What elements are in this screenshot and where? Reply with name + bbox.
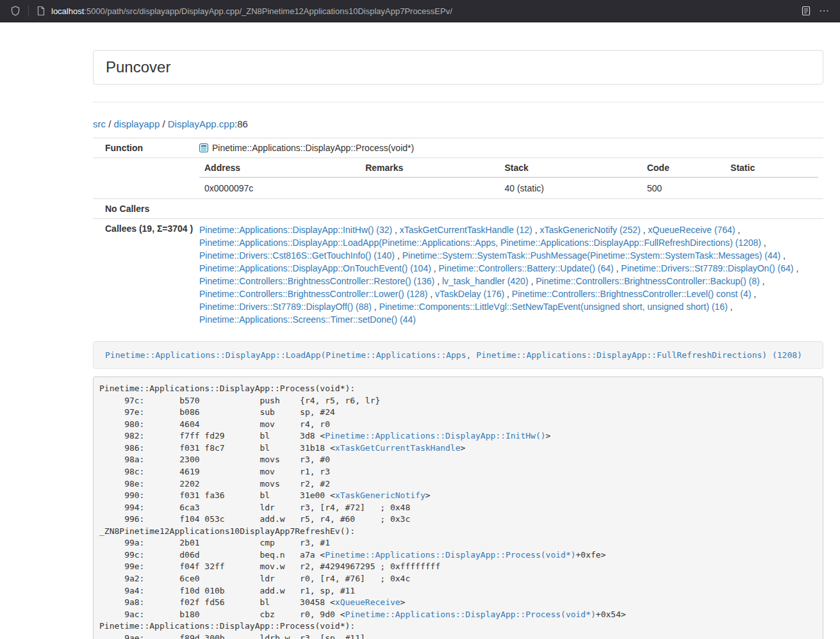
detail-value-code: 500 <box>642 177 725 194</box>
breadcrumb-line-number: :86 <box>235 118 248 129</box>
callee-separator: , <box>392 225 400 235</box>
page-info-icon[interactable] <box>37 6 45 16</box>
url-path: :5000/path/src/displayapp/DisplayApp.cpp… <box>84 6 452 16</box>
breadcrumb-link-src[interactable]: src <box>93 118 106 129</box>
detail-col-header-code: Code <box>642 163 725 177</box>
breadcrumb-link-displayapp[interactable]: displayapp <box>114 118 160 129</box>
callee-link[interactable]: Pinetime::Drivers::St7789::DisplayOff() … <box>199 302 372 312</box>
disassembly: Pinetime::Applications::DisplayApp::Proc… <box>93 376 823 639</box>
callee-link[interactable]: Pinetime::Controllers::BrightnessControl… <box>199 276 434 286</box>
callee-link[interactable]: Pinetime::Applications::Screens::Timer::… <box>199 314 416 325</box>
detail-value-stack: 40 (static) <box>500 177 642 194</box>
page-title: Puncover <box>106 59 811 76</box>
callee-link[interactable]: vTaskDelay (176) <box>435 289 504 299</box>
callee-link[interactable]: xTaskGetCurrentTaskHandle (12) <box>400 225 532 235</box>
callee-separator: , <box>372 302 379 312</box>
breadcrumb: src / displayapp / DisplayApp.cpp:86 <box>93 118 823 129</box>
callee-separator: , <box>728 302 733 312</box>
callee-separator: , <box>614 263 622 273</box>
no-callers-label: No Callers <box>93 199 194 219</box>
detail-col-header-remarks: Remarks <box>360 163 499 177</box>
detail-table: AddressRemarksStackCodeStatic 0x0000097c… <box>199 163 818 194</box>
callee-link[interactable]: Pinetime::Components::LittleVgl::SetNewT… <box>379 302 728 312</box>
callee-separator: , <box>780 250 786 261</box>
app-title-panel: Puncover <box>93 50 823 85</box>
callees-row: Callees (19, Σ=3704 ) Pinetime::Applicat… <box>93 219 823 331</box>
url-host: localhost <box>51 6 84 16</box>
callee-link[interactable]: lv_task_handler (420) <box>442 276 529 286</box>
callee-link[interactable]: Pinetime::Controllers::Battery::Update()… <box>439 263 614 273</box>
detail-col-header-stack: Stack <box>500 163 642 177</box>
callee-separator: , <box>504 289 512 299</box>
detail-col-header-address: Address <box>199 163 360 177</box>
callee-link[interactable]: Pinetime::Controllers::BrightnessControl… <box>536 276 759 286</box>
callee-separator: , <box>641 225 648 235</box>
url-bar[interactable]: localhost:5000/path/src/displayapp/Displ… <box>51 6 796 16</box>
code-symbol-link[interactable]: Pinetime::Applications::DisplayApp::Proc… <box>345 610 596 619</box>
symbol-table: Function Pinetime::Applications::Display… <box>93 138 823 330</box>
detail-col-header-static: Static <box>725 163 818 177</box>
code-symbol-link[interactable]: xTaskGenericNotify <box>335 490 425 500</box>
function-row: Function Pinetime::Applications::Display… <box>93 138 823 158</box>
breadcrumb-separator: / <box>160 118 168 129</box>
code-symbol-link[interactable]: Pinetime::Applications::DisplayApp::Init… <box>325 431 545 441</box>
callee-separator: , <box>751 289 756 299</box>
callee-link[interactable]: Pinetime::Applications::DisplayApp::Init… <box>199 225 392 235</box>
callee-link[interactable]: Pinetime::Applications::DisplayApp::Load… <box>199 238 761 248</box>
function-label: Function <box>93 138 194 158</box>
function-name: Pinetime::Applications::DisplayApp::Proc… <box>212 143 414 153</box>
callee-separator: , <box>431 263 439 273</box>
reader-mode-icon[interactable] <box>802 6 811 16</box>
callee-link[interactable]: Pinetime::Drivers::St7789::DisplayOn() (… <box>621 263 793 273</box>
callee-link[interactable]: Pinetime::Controllers::BrightnessControl… <box>512 289 751 299</box>
highlighted-symbol-box: Pinetime::Applications::DisplayApp::Load… <box>93 341 823 369</box>
browser-chrome: localhost:5000/path/src/displayapp/Displ… <box>0 0 840 22</box>
page-actions-more-icon[interactable]: ⋯ <box>816 6 832 16</box>
callee-link[interactable]: Pinetime::Controllers::BrightnessControl… <box>199 289 427 299</box>
code-symbol-link[interactable]: xTaskGetCurrentTaskHandle <box>335 443 461 453</box>
detail-row: AddressRemarksStackCodeStatic 0x0000097c… <box>93 158 823 199</box>
code-symbol-link[interactable]: xQueueReceive <box>335 597 400 607</box>
callee-separator: , <box>532 225 540 235</box>
code-symbol-link[interactable]: Pinetime::Applications::DisplayApp::Proc… <box>325 550 575 560</box>
callee-separator: , <box>434 276 442 286</box>
highlighted-symbol-link[interactable]: Pinetime::Applications::DisplayApp::Load… <box>105 350 802 360</box>
callees-label: Callees (19, Σ=3704 ) <box>93 219 194 331</box>
callee-separator: , <box>761 238 766 248</box>
breadcrumb-separator: / <box>106 118 114 129</box>
detail-value-row: 0x0000097c40 (static)500 <box>199 177 818 194</box>
tracking-protection-shield-icon[interactable] <box>10 6 21 16</box>
function-type-icon <box>199 143 208 152</box>
callee-link[interactable]: xQueueReceive (764) <box>648 225 735 235</box>
chrome-divider <box>28 5 29 17</box>
callee-separator: , <box>395 250 402 261</box>
detail-value-static <box>725 177 818 194</box>
callee-link[interactable]: Pinetime::Drivers::Cst816S::GetTouchInfo… <box>199 250 395 261</box>
detail-header-row: AddressRemarksStackCodeStatic <box>199 163 818 177</box>
callee-link[interactable]: Pinetime::System::SystemTask::PushMessag… <box>402 250 781 261</box>
callee-link[interactable]: Pinetime::Applications::DisplayApp::OnTo… <box>199 263 431 273</box>
breadcrumb-link-displayapp.cpp[interactable]: DisplayApp.cpp <box>168 118 235 129</box>
detail-value-address: 0x0000097c <box>199 177 360 194</box>
page-content: Puncover src / displayapp / DisplayApp.c… <box>93 22 823 639</box>
detail-value-remarks <box>360 177 499 194</box>
callee-separator: , <box>794 263 799 273</box>
divider-rule <box>93 102 823 102</box>
callees-cell: Pinetime::Applications::DisplayApp::Init… <box>194 219 823 331</box>
callee-separator: , <box>427 289 435 299</box>
no-callers-row: No Callers <box>93 199 823 219</box>
function-cell: Pinetime::Applications::DisplayApp::Proc… <box>194 138 823 158</box>
callee-separator: , <box>760 276 765 286</box>
callee-separator: , <box>735 225 740 235</box>
callee-separator: , <box>529 276 536 286</box>
callee-link[interactable]: xTaskGenericNotify (252) <box>539 225 640 235</box>
